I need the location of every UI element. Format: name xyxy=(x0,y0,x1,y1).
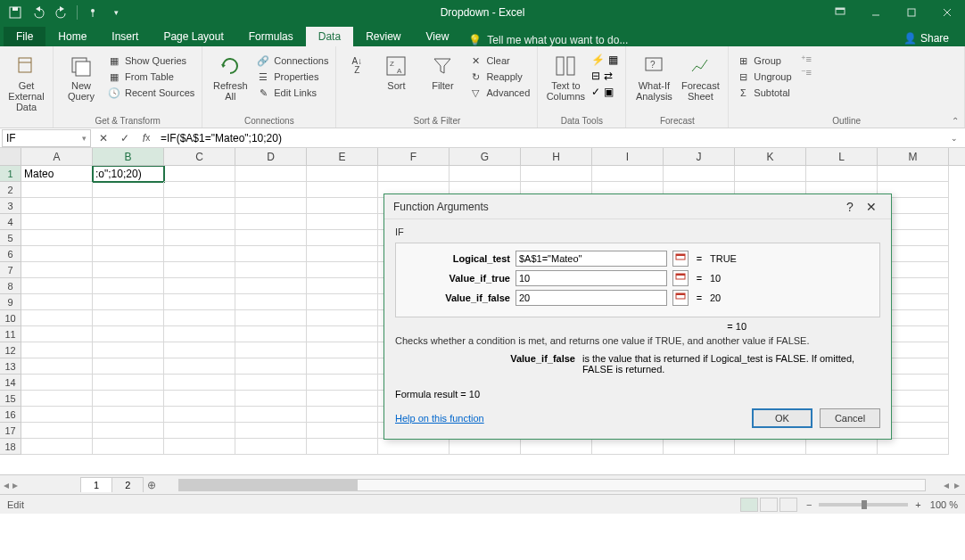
cell[interactable] xyxy=(93,214,164,230)
cell[interactable] xyxy=(806,166,878,182)
cell[interactable] xyxy=(164,326,235,342)
touch-mode-icon[interactable] xyxy=(83,3,103,22)
data-model-icon[interactable]: ▣ xyxy=(604,86,614,98)
cell[interactable] xyxy=(307,375,378,391)
tell-me-search[interactable]: 💡 Tell me what you want to do... xyxy=(468,34,628,46)
cell[interactable] xyxy=(21,375,93,391)
cell[interactable] xyxy=(235,407,307,423)
properties-button[interactable]: ☰Properties xyxy=(256,70,328,84)
col-header[interactable]: D xyxy=(235,148,307,165)
qat-customize-icon[interactable]: ▾ xyxy=(106,3,126,22)
cell[interactable] xyxy=(235,439,307,455)
cell[interactable] xyxy=(307,407,378,423)
cell[interactable] xyxy=(21,407,93,423)
advanced-button[interactable]: ▽Advanced xyxy=(468,86,530,100)
cell[interactable] xyxy=(164,342,235,358)
value-if-false-input[interactable] xyxy=(515,290,667,306)
cell[interactable] xyxy=(164,166,235,182)
cell[interactable] xyxy=(93,182,164,198)
cell[interactable] xyxy=(21,358,93,375)
normal-view-icon[interactable] xyxy=(740,498,758,512)
sheet-tab-1[interactable]: 1 xyxy=(80,477,112,492)
cell[interactable] xyxy=(806,439,878,455)
cell[interactable] xyxy=(235,294,307,310)
col-header[interactable]: G xyxy=(450,148,521,165)
cell[interactable] xyxy=(21,246,93,262)
subtotal-button[interactable]: ΣSubtotal xyxy=(736,86,791,100)
tab-data[interactable]: Data xyxy=(306,27,353,46)
select-all-corner[interactable] xyxy=(0,148,21,165)
col-header[interactable]: A xyxy=(21,148,93,165)
cell[interactable] xyxy=(307,294,378,310)
tab-page-layout[interactable]: Page Layout xyxy=(151,27,235,46)
filter-button[interactable]: Filter xyxy=(422,50,463,91)
cell[interactable] xyxy=(307,246,378,262)
cell[interactable] xyxy=(21,198,93,214)
cell[interactable] xyxy=(307,278,378,294)
expand-formula-bar-icon[interactable]: ⌄ xyxy=(944,129,965,147)
hide-detail-icon[interactable]: ⁻≡ xyxy=(801,67,812,78)
name-box[interactable]: IF ▾ xyxy=(2,129,91,147)
cell[interactable] xyxy=(164,246,235,262)
cell[interactable] xyxy=(21,278,93,294)
cell[interactable] xyxy=(21,262,93,278)
page-layout-view-icon[interactable] xyxy=(760,498,778,512)
row-header[interactable]: 17 xyxy=(0,423,21,439)
zoom-in-icon[interactable]: + xyxy=(915,499,920,510)
dialog-help-icon[interactable]: ? xyxy=(839,200,861,214)
what-if-button[interactable]: ? What-If Analysis xyxy=(633,50,674,102)
col-header[interactable]: K xyxy=(735,148,806,165)
cell[interactable] xyxy=(235,391,307,407)
relationships-icon[interactable]: ⇄ xyxy=(604,70,613,82)
ungroup-button[interactable]: ⊟Ungroup xyxy=(736,70,791,84)
cell[interactable] xyxy=(307,230,378,246)
cell[interactable]: Mateo xyxy=(21,166,93,182)
tab-insert[interactable]: Insert xyxy=(99,27,151,46)
cell[interactable] xyxy=(235,375,307,391)
sheet-tab-2[interactable]: 2 xyxy=(111,477,144,492)
ribbon-options-icon[interactable] xyxy=(822,0,858,25)
close-icon[interactable] xyxy=(929,0,965,25)
cell[interactable] xyxy=(164,262,235,278)
row-header[interactable]: 7 xyxy=(0,262,21,278)
cell[interactable] xyxy=(235,326,307,342)
row-header[interactable]: 13 xyxy=(0,358,21,375)
col-header[interactable]: I xyxy=(592,148,664,165)
show-detail-icon[interactable]: ⁺≡ xyxy=(801,54,812,65)
cell[interactable] xyxy=(235,198,307,214)
col-header[interactable]: J xyxy=(664,148,735,165)
save-icon[interactable] xyxy=(5,3,25,22)
share-button[interactable]: 👤 Share xyxy=(896,30,956,46)
page-break-view-icon[interactable] xyxy=(779,498,797,512)
cell[interactable] xyxy=(21,439,93,455)
cell[interactable] xyxy=(378,439,450,455)
cell[interactable] xyxy=(235,342,307,358)
cell[interactable] xyxy=(164,423,235,439)
cell[interactable] xyxy=(664,439,735,455)
sort-az-button[interactable]: A↓Z xyxy=(343,50,370,80)
row-header[interactable]: 14 xyxy=(0,375,21,391)
cell[interactable] xyxy=(378,166,450,182)
cell[interactable] xyxy=(164,407,235,423)
value-if-true-input[interactable] xyxy=(515,270,667,286)
edit-links-button[interactable]: ✎Edit Links xyxy=(256,86,328,100)
cell[interactable] xyxy=(235,246,307,262)
cell[interactable] xyxy=(93,391,164,407)
cell[interactable] xyxy=(93,423,164,439)
cell[interactable] xyxy=(21,182,93,198)
cell[interactable] xyxy=(164,182,235,198)
cell[interactable] xyxy=(521,439,592,455)
data-validation-icon[interactable]: ✓ xyxy=(591,86,600,98)
sheet-nav-next-icon[interactable]: ▸ xyxy=(12,479,18,491)
consolidate-icon[interactable]: ▦ xyxy=(608,54,618,66)
minimize-icon[interactable] xyxy=(858,0,894,25)
recent-sources-button[interactable]: 🕓Recent Sources xyxy=(107,86,194,100)
col-header[interactable]: F xyxy=(378,148,450,165)
clear-button[interactable]: ✕Clear xyxy=(468,54,530,68)
row-header[interactable]: 11 xyxy=(0,326,21,342)
cell[interactable] xyxy=(93,407,164,423)
cell[interactable] xyxy=(307,342,378,358)
tab-review[interactable]: Review xyxy=(353,27,413,46)
cell[interactable]: :o";10;20) xyxy=(93,166,164,182)
remove-dup-icon[interactable]: ⊟ xyxy=(591,70,600,82)
